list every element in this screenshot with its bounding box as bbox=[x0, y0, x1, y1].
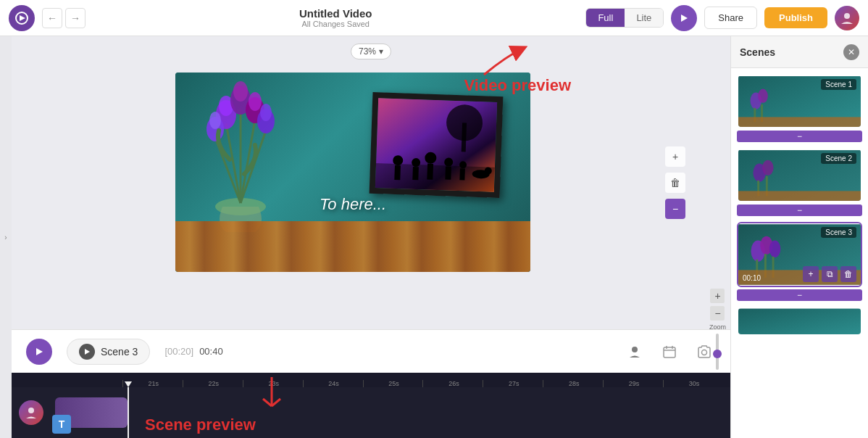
toggle-button[interactable]: − bbox=[665, 199, 685, 219]
share-button[interactable]: Share bbox=[704, 7, 757, 29]
full-mode-button[interactable]: Full bbox=[586, 9, 625, 27]
scene-item-2: Scene 2 − bbox=[737, 148, 862, 216]
scene-1-actions: − bbox=[737, 131, 862, 142]
back-button[interactable]: ← bbox=[42, 8, 62, 28]
scene-3-add-button[interactable]: + bbox=[803, 266, 819, 282]
tick-23s: 23s bbox=[243, 380, 303, 387]
zoom-slider[interactable] bbox=[716, 334, 719, 370]
zoom-label: Zoom bbox=[709, 323, 726, 331]
scene-duration: 00:40 bbox=[199, 346, 223, 357]
video-preview-area: 73% ▾ bbox=[12, 36, 730, 329]
wood-floor bbox=[175, 221, 530, 272]
zoom-control[interactable]: 73% ▾ bbox=[351, 44, 391, 59]
svg-rect-32 bbox=[459, 168, 465, 180]
scene-1-minus-button[interactable]: − bbox=[737, 131, 862, 142]
left-panel-toggle[interactable]: › bbox=[0, 36, 12, 438]
nav-buttons: ← → bbox=[42, 8, 85, 28]
svg-point-14 bbox=[249, 92, 262, 111]
preview-play-button[interactable] bbox=[671, 5, 697, 31]
svg-rect-30 bbox=[445, 166, 451, 179]
scene-3-thumb-actions: + ⧉ 🗑 bbox=[803, 266, 856, 282]
scenes-list: Scene 1 − bbox=[731, 68, 868, 438]
timeline-avatar bbox=[19, 400, 43, 425]
user-avatar[interactable] bbox=[835, 6, 859, 30]
timeline-ticks: 21s 22s 23s 24s 25s 26s 27s 28s 29s 30s bbox=[19, 373, 723, 387]
scene-2-actions: − bbox=[737, 204, 862, 216]
add-element-button[interactable]: + bbox=[665, 146, 685, 167]
scene-3-time: 00:10 bbox=[743, 274, 761, 282]
chevron-down-icon: ▾ bbox=[379, 46, 383, 57]
svg-rect-28 bbox=[427, 164, 433, 180]
svg-rect-62 bbox=[738, 309, 861, 336]
svg-line-8 bbox=[241, 131, 266, 203]
scene-play-button[interactable] bbox=[26, 339, 52, 365]
scene-item-3: Scene 3 00:10 + ⧉ 🗑 − bbox=[737, 222, 862, 301]
zoom-out-button[interactable]: − bbox=[710, 306, 725, 321]
scene-3-copy-button[interactable]: ⧉ bbox=[822, 266, 838, 282]
zoom-slider-thumb bbox=[713, 350, 722, 358]
svg-rect-36 bbox=[664, 347, 675, 358]
forward-button[interactable]: → bbox=[65, 8, 85, 28]
scene-thumb-4[interactable] bbox=[737, 307, 862, 336]
svg-point-41 bbox=[28, 408, 34, 413]
title-area: Untitled Video All Changes Saved bbox=[93, 7, 578, 28]
svg-rect-24 bbox=[394, 165, 401, 180]
scene-name-label: Scene 3 bbox=[101, 346, 138, 358]
app-logo[interactable] bbox=[9, 5, 35, 31]
video-title: Untitled Video bbox=[93, 7, 578, 20]
save-status: All Changes Saved bbox=[93, 20, 578, 28]
scene-thumb-2[interactable]: Scene 2 bbox=[737, 148, 862, 202]
tick-24s: 24s bbox=[303, 380, 363, 387]
timeline-text-element[interactable]: T bbox=[52, 415, 71, 434]
scene-item-4 bbox=[737, 307, 862, 336]
publish-button[interactable]: Publish bbox=[764, 7, 827, 28]
svg-point-44 bbox=[758, 89, 768, 103]
scene-toolbar-icons bbox=[623, 340, 716, 363]
video-text-overlay: To here... bbox=[320, 195, 386, 214]
video-frame: To here... bbox=[175, 73, 530, 272]
scene-2-minus-button[interactable]: − bbox=[737, 204, 862, 216]
scenes-panel-close-button[interactable]: ✕ bbox=[843, 44, 859, 60]
scenes-panel-header: Scenes ✕ bbox=[731, 36, 868, 68]
scene-controls-bar: Scene 3 [00:20] 00:40 Scene preview bbox=[12, 329, 730, 373]
svg-point-18 bbox=[260, 104, 272, 121]
timeline-playhead[interactable] bbox=[128, 387, 129, 438]
timeline-tracks: T bbox=[12, 387, 730, 438]
tick-27s: 27s bbox=[483, 380, 543, 387]
center-panel: 73% ▾ bbox=[12, 36, 730, 438]
tick-22s: 22s bbox=[183, 380, 243, 387]
delete-element-button[interactable]: 🗑 bbox=[665, 173, 685, 193]
chevron-right-icon: › bbox=[4, 234, 7, 241]
scene-3-delete-button[interactable]: 🗑 bbox=[840, 266, 856, 282]
scene-2-label: Scene 2 bbox=[821, 153, 856, 164]
tick-28s: 28s bbox=[543, 380, 603, 387]
scene-3-minus-button[interactable]: − bbox=[737, 289, 862, 301]
flowers-decoration bbox=[186, 73, 302, 232]
scene-mini-play-icon bbox=[79, 344, 95, 360]
svg-point-35 bbox=[632, 347, 638, 352]
svg-point-50 bbox=[762, 160, 774, 175]
scene-item-1: Scene 1 − bbox=[737, 74, 862, 142]
tick-26s: 26s bbox=[422, 380, 483, 387]
photo-frame bbox=[370, 92, 504, 198]
svg-point-12 bbox=[233, 81, 248, 102]
scene-1-label: Scene 1 bbox=[821, 79, 856, 90]
svg-point-1 bbox=[844, 13, 850, 19]
calendar-icon-button[interactable] bbox=[658, 340, 681, 363]
scene-thumb-1[interactable]: Scene 1 bbox=[737, 74, 862, 128]
avatar-image bbox=[835, 6, 859, 30]
tick-21s: 21s bbox=[122, 380, 183, 387]
zoom-in-button[interactable]: + bbox=[710, 289, 725, 303]
person-icon-button[interactable] bbox=[623, 340, 646, 363]
svg-rect-53 bbox=[738, 191, 861, 202]
scene-name-box[interactable]: Scene 3 bbox=[67, 339, 150, 365]
svg-line-4 bbox=[226, 123, 241, 203]
tick-25s: 25s bbox=[363, 380, 423, 387]
scene-thumb-3[interactable]: Scene 3 00:10 + ⧉ 🗑 bbox=[737, 222, 862, 287]
timeline-ruler: 21s 22s 23s 24s 25s 26s 27s 28s 29s 30s bbox=[12, 373, 730, 387]
scenes-panel-title: Scenes bbox=[740, 46, 775, 58]
zoom-panel: + − Zoom bbox=[709, 289, 726, 370]
scene-3-label: Scene 3 bbox=[821, 227, 856, 238]
svg-point-16 bbox=[209, 112, 221, 129]
lite-mode-button[interactable]: Lite bbox=[625, 9, 663, 27]
